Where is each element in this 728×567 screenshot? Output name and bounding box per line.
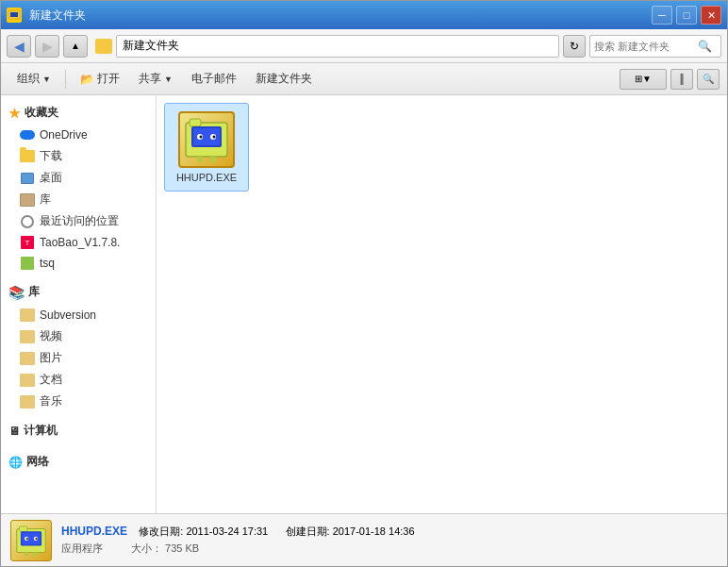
organize-button[interactable]: 组织 ▼	[8, 67, 59, 91]
network-header-icon: 🌐	[8, 456, 23, 469]
new-folder-button[interactable]: 新建文件夹	[247, 67, 321, 91]
computer-header-icon: 🖥	[8, 425, 20, 438]
svg-point-21	[36, 537, 38, 539]
svg-rect-16	[25, 552, 28, 556]
toolbar-separator-1	[65, 70, 66, 89]
onedrive-icon	[20, 127, 35, 142]
sidebar-favorites-header[interactable]: ★ 收藏夹	[1, 101, 156, 125]
sidebar: ★ 收藏夹 OneDrive 下载	[1, 95, 157, 513]
sidebar-label-desktop: 桌面	[40, 170, 62, 186]
sidebar-item-desktop[interactable]: 桌面	[1, 167, 156, 189]
sidebar-item-recent[interactable]: 最近访问的位置	[1, 210, 156, 232]
sidebar-item-onedrive[interactable]: OneDrive	[1, 125, 156, 145]
sidebar-item-image[interactable]: 图片	[1, 347, 156, 369]
view-options-button[interactable]: ⊞▼	[620, 69, 667, 90]
status-bar: HHUPD.EXE 修改日期: 2011-03-24 17:31 创建日期: 2…	[1, 513, 727, 566]
taobao-icon: T	[20, 235, 35, 250]
sidebar-network-header[interactable]: 🌐 网络	[1, 449, 156, 475]
svg-point-11	[213, 136, 216, 139]
refresh-button[interactable]: ↻	[563, 35, 586, 58]
svg-point-20	[26, 537, 28, 539]
organize-dropdown-icon: ▼	[42, 75, 51, 84]
sidebar-network-section: 🌐 网络	[1, 449, 156, 475]
close-button[interactable]: ✕	[701, 6, 721, 25]
library-header-icon: 📚	[8, 285, 25, 300]
sidebar-label-library-shortcut: 库	[40, 192, 51, 208]
email-label: 电子邮件	[191, 71, 237, 87]
maximize-button[interactable]: □	[676, 6, 697, 25]
share-dropdown-icon: ▼	[164, 75, 173, 84]
sidebar-item-taobao[interactable]: T TaoBao_V1.7.8.	[1, 232, 156, 253]
status-type: 应用程序	[61, 541, 103, 558]
search-icon: 🔍	[698, 40, 712, 53]
sidebar-library-header[interactable]: 📚 库	[1, 279, 156, 305]
details-pane-button[interactable]: 🔍	[697, 69, 720, 90]
address-input[interactable]	[116, 35, 559, 58]
svg-rect-6	[197, 157, 203, 162]
video-icon	[20, 329, 35, 344]
sidebar-label-onedrive: OneDrive	[40, 128, 88, 142]
sidebar-label-music: 音乐	[40, 393, 62, 409]
status-info: HHUPD.EXE 修改日期: 2011-03-24 17:31 创建日期: 2…	[61, 523, 718, 558]
status-create-label: 创建日期:	[286, 525, 330, 537]
toolbar-right: ⊞▼ ║ 🔍	[620, 69, 720, 90]
preview-pane-button[interactable]: ║	[670, 69, 693, 90]
sidebar-item-download[interactable]: 下载	[1, 145, 156, 167]
music-icon	[20, 394, 35, 409]
status-modify-label: 修改日期:	[139, 525, 183, 537]
star-icon: ★	[8, 106, 21, 121]
recent-icon	[20, 214, 35, 229]
document-icon	[20, 373, 35, 388]
up-button[interactable]: ▲	[63, 35, 88, 58]
sidebar-favorites-section: ★ 收藏夹 OneDrive 下载	[1, 101, 156, 274]
folder-icon	[95, 39, 112, 54]
minimize-button[interactable]: ─	[652, 6, 672, 25]
sidebar-favorites-label: 收藏夹	[25, 105, 58, 121]
back-button[interactable]: ◀	[7, 35, 31, 58]
organize-label: 组织	[17, 71, 40, 87]
search-box[interactable]: 🔍	[589, 35, 721, 58]
open-button[interactable]: 📂 打开	[72, 67, 128, 91]
library-shortcut-icon	[20, 192, 35, 208]
svg-rect-17	[34, 552, 38, 556]
main-content: ★ 收藏夹 OneDrive 下载	[1, 95, 727, 513]
sidebar-item-subversion[interactable]: Subversion	[1, 305, 156, 325]
title-icon	[7, 8, 22, 23]
sidebar-library-label: 库	[28, 284, 40, 300]
sidebar-item-music[interactable]: 音乐	[1, 391, 156, 412]
sidebar-item-tsq[interactable]: tsq	[1, 253, 156, 274]
status-create-date: 2017-01-18 14:36	[333, 525, 415, 537]
sidebar-label-tsq: tsq	[40, 257, 55, 270]
status-size-label: 大小：	[131, 542, 162, 554]
sidebar-label-recent: 最近访问的位置	[40, 213, 119, 229]
status-filename: HHUPD.EXE	[61, 525, 127, 538]
window-title: 新建文件夹	[25, 8, 648, 24]
svg-point-10	[200, 136, 203, 139]
sidebar-item-video[interactable]: 视频	[1, 325, 156, 347]
new-folder-label: 新建文件夹	[256, 71, 312, 87]
sidebar-label-image: 图片	[40, 350, 62, 366]
forward-button[interactable]: ▶	[35, 35, 59, 58]
status-size: 735 KB	[165, 542, 199, 554]
sidebar-item-document[interactable]: 文档	[1, 369, 156, 391]
sidebar-network-label: 网络	[26, 454, 49, 470]
sidebar-item-library-shortcut[interactable]: 库	[1, 189, 156, 210]
share-button[interactable]: 共享 ▼	[130, 67, 181, 91]
email-button[interactable]: 电子邮件	[183, 67, 245, 91]
status-thumbnail	[10, 520, 52, 561]
sidebar-computer-header[interactable]: 🖥 计算机	[1, 418, 156, 443]
tsq-icon	[20, 256, 35, 271]
sidebar-label-document: 文档	[40, 372, 62, 388]
search-input[interactable]	[594, 41, 698, 52]
sidebar-label-download: 下载	[40, 148, 62, 164]
svg-rect-3	[190, 119, 201, 126]
sidebar-computer-label: 计算机	[24, 423, 58, 439]
sidebar-label-video: 视频	[40, 328, 62, 344]
exe-icon	[178, 111, 235, 168]
file-item-hhupd[interactable]: HHUPD.EXE	[164, 103, 249, 192]
share-label: 共享	[139, 71, 161, 87]
open-label: 打开	[97, 71, 120, 87]
svg-rect-1	[10, 12, 18, 17]
window: 新建文件夹 ─ □ ✕ ◀ ▶ ▲ ↻ 🔍 组织 ▼ 📂 打开 共享 ▼	[0, 0, 728, 567]
title-bar: 新建文件夹 ─ □ ✕	[1, 1, 727, 29]
